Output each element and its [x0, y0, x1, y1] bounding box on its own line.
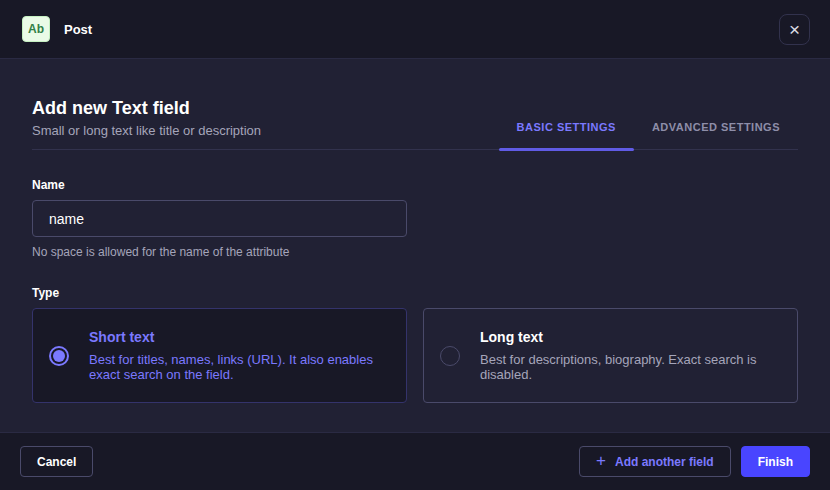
modal-header: Ab Post × [0, 0, 830, 59]
plus-icon: + [596, 452, 606, 469]
finish-button[interactable]: Finish [741, 446, 810, 477]
dialog-subtitle: Small or long text like title or descrip… [32, 123, 261, 139]
name-input[interactable] [32, 200, 407, 237]
type-option-texts: Short text Best for titles, names, links… [89, 329, 379, 382]
radio-selected-icon[interactable] [49, 346, 69, 366]
add-another-field-button[interactable]: + Add another field [579, 446, 731, 477]
add-another-field-label: Add another field [615, 455, 714, 469]
add-field-modal: Ab Post × Add new Text field Small or lo… [0, 0, 830, 490]
type-options: Short text Best for titles, names, links… [32, 308, 798, 403]
tab-advanced-settings[interactable]: ADVANCED SETTINGS [634, 121, 798, 149]
type-option-title: Long text [480, 329, 770, 345]
settings-tabs: BASIC SETTINGS ADVANCED SETTINGS [499, 121, 798, 149]
close-icon: × [789, 20, 800, 39]
type-option-long-text[interactable]: Long text Best for descriptions, biograp… [423, 308, 798, 403]
content-type-badge: Ab [22, 16, 50, 42]
name-field-label: Name [32, 178, 798, 192]
content-type-title: Post [64, 22, 92, 37]
type-field-label: Type [32, 286, 798, 300]
tab-basic-settings[interactable]: BASIC SETTINGS [499, 121, 634, 149]
modal-body: Add new Text field Small or long text li… [0, 59, 830, 432]
name-helper-text: No space is allowed for the name of the … [32, 245, 798, 259]
footer-actions: + Add another field Finish [579, 446, 810, 477]
dialog-heading-row: Add new Text field Small or long text li… [32, 59, 798, 150]
name-field-group: Name No space is allowed for the name of… [32, 178, 798, 259]
modal-footer: Cancel + Add another field Finish [0, 432, 830, 490]
dialog-title: Add new Text field [32, 97, 261, 119]
type-option-short-text[interactable]: Short text Best for titles, names, links… [32, 308, 407, 403]
type-option-title: Short text [89, 329, 379, 345]
type-option-description: Best for descriptions, biography. Exact … [480, 352, 770, 382]
type-option-description: Best for titles, names, links (URL). It … [89, 352, 379, 382]
close-button[interactable]: × [779, 14, 810, 45]
type-option-texts: Long text Best for descriptions, biograp… [480, 329, 770, 382]
cancel-button[interactable]: Cancel [20, 446, 93, 477]
radio-unselected-icon[interactable] [440, 346, 460, 366]
dialog-heading: Add new Text field Small or long text li… [32, 97, 261, 149]
type-field-group: Type Short text Best for titles, names, … [32, 286, 798, 403]
